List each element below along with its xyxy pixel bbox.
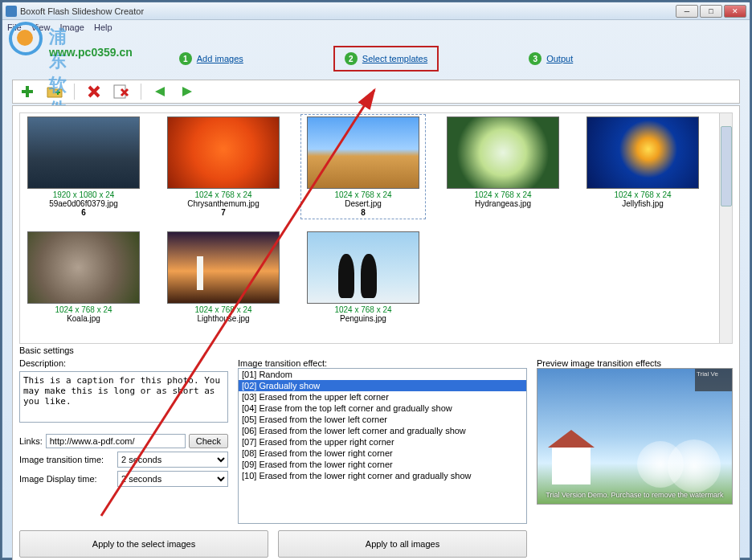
thumbnail-dimensions: 1024 x 768 x 24 xyxy=(303,190,423,199)
menu-bar: File View Image Help xyxy=(2,20,750,35)
step-output[interactable]: 3 Output xyxy=(519,47,582,70)
app-window: Boxoft Flash Slideshow Creator ─ □ ✕ Fil… xyxy=(2,2,750,558)
step-select-templates[interactable]: 2 Select templates xyxy=(333,46,439,72)
thumbnail-item[interactable]: 1920 x 1080 x 24 59ae0d06f0379.jpg 6 xyxy=(23,116,144,217)
toolbar xyxy=(12,80,740,104)
display-time-select[interactable]: 2 seconds xyxy=(117,471,228,487)
thumbnail-dimensions: 1024 x 768 x 24 xyxy=(303,305,423,314)
add-folder-icon[interactable] xyxy=(47,84,63,100)
thumbnail-item[interactable]: 1024 x 768 x 24 Chrysanthemum.jpg 7 xyxy=(163,116,284,217)
image-gallery: 1920 x 1080 x 24 59ae0d06f0379.jpg 6 102… xyxy=(19,112,733,344)
transition-time-select[interactable]: 2 seconds xyxy=(117,452,228,468)
thumbnail-filename: Penguins.jpg xyxy=(303,314,423,323)
menu-image[interactable]: Image xyxy=(59,22,84,32)
wizard-steps: 1 Add images 2 Select templates 3 Output xyxy=(2,39,750,78)
thumbnail-image xyxy=(307,116,419,189)
window-title: Boxoft Flash Slideshow Creator xyxy=(20,6,676,16)
links-label: Links: xyxy=(19,436,43,446)
thumbnail-image xyxy=(27,231,140,304)
menu-file[interactable]: File xyxy=(7,22,22,32)
thumbnail-image xyxy=(27,116,140,189)
content-area: 1920 x 1080 x 24 59ae0d06f0379.jpg 6 102… xyxy=(12,105,740,560)
thumbnail-filename: Lighthouse.jpg xyxy=(163,314,284,323)
effect-option[interactable]: [02] Gradually show xyxy=(239,380,526,391)
thumbnail-item[interactable]: 1024 x 768 x 24 Penguins.jpg xyxy=(303,231,423,323)
description-input[interactable] xyxy=(19,371,228,423)
toolbar-separator xyxy=(74,84,75,100)
thumbnail-image xyxy=(447,116,559,189)
effect-option[interactable]: [01] Random xyxy=(239,369,526,380)
settings-panel: Description: Links: Check Image transiti… xyxy=(19,358,733,524)
menu-help[interactable]: Help xyxy=(94,22,112,32)
thumbnail-image xyxy=(307,231,419,304)
gallery-scrollbar[interactable] xyxy=(719,113,732,343)
thumbnail-filename: Desert.jpg xyxy=(303,199,423,208)
thumbnail-filename: Jellyfish.jpg xyxy=(582,199,703,208)
effect-option[interactable]: [09] Erased from the lower right corner xyxy=(239,459,526,470)
close-button[interactable]: ✕ xyxy=(724,5,746,18)
apply-to-all-button[interactable]: Apply to all images xyxy=(278,530,527,558)
thumbnail-filename: Hydrangeas.jpg xyxy=(443,199,563,208)
previous-icon[interactable] xyxy=(153,84,169,100)
thumbnail-filename: Koala.jpg xyxy=(23,314,144,323)
thumbnail-index: 8 xyxy=(303,208,423,217)
thumbnail-image xyxy=(586,116,699,189)
preview-label: Preview image transition effects xyxy=(537,358,661,368)
check-button[interactable]: Check xyxy=(189,434,228,448)
thumbnail-item[interactable]: 1024 x 768 x 24 Jellyfish.jpg xyxy=(582,116,703,217)
thumbnail-dimensions: 1024 x 768 x 24 xyxy=(582,190,703,199)
effect-option[interactable]: [08] Erased from the lower right corner xyxy=(239,448,526,459)
toolbar-separator xyxy=(141,84,141,100)
preview-image: Trial Ve Trial Version Demo. Purchase to… xyxy=(537,368,733,505)
effect-list[interactable]: [01] Random[02] Gradually show[03] Erase… xyxy=(238,368,527,524)
thumbnail-item[interactable]: 1024 x 768 x 24 Lighthouse.jpg xyxy=(163,231,284,323)
minimize-button[interactable]: ─ xyxy=(676,5,698,18)
step-1-icon: 1 xyxy=(179,52,192,65)
thumbnail-dimensions: 1024 x 768 x 24 xyxy=(163,190,284,199)
app-icon xyxy=(6,6,17,17)
thumbnail-image xyxy=(167,231,280,304)
preview-watermark-text: Trial Version Demo. Purchase to remove t… xyxy=(537,491,732,499)
delete-icon[interactable] xyxy=(86,84,102,100)
transition-time-label: Image transition time: xyxy=(19,455,114,464)
thumbnail-dimensions: 1920 x 1080 x 24 xyxy=(23,190,144,199)
next-icon[interactable] xyxy=(180,84,196,100)
maximize-button[interactable]: □ xyxy=(700,5,722,18)
effect-option[interactable]: [05] Erased from the lower left corner xyxy=(239,414,526,425)
thumbnail-item[interactable]: 1024 x 768 x 24 Desert.jpg 8 xyxy=(303,116,423,217)
effect-option[interactable]: [03] Erased from the upper left corner xyxy=(239,391,526,403)
step-2-icon: 2 xyxy=(345,52,358,65)
thumbnail-filename: 59ae0d06f0379.jpg xyxy=(23,199,144,208)
thumbnail-index: 7 xyxy=(163,208,284,217)
thumbnail-item[interactable]: 1024 x 768 x 24 Hydrangeas.jpg xyxy=(443,116,563,217)
thumbnail-dimensions: 1024 x 768 x 24 xyxy=(443,190,563,199)
thumbnail-filename: Chrysanthemum.jpg xyxy=(163,199,284,208)
thumbnail-item[interactable]: 1024 x 768 x 24 Koala.jpg xyxy=(23,231,144,323)
step-3-icon: 3 xyxy=(529,52,542,65)
step-add-images[interactable]: 1 Add images xyxy=(170,47,253,70)
description-label: Description: xyxy=(19,358,228,368)
thumbnail-dimensions: 1024 x 768 x 24 xyxy=(163,305,284,314)
trial-tag: Trial Ve xyxy=(695,369,732,391)
effect-option[interactable]: [06] Erased from the lower left corner a… xyxy=(239,425,526,436)
effect-option[interactable]: [10] Erased from the lower right corner … xyxy=(239,470,526,481)
links-input[interactable] xyxy=(46,434,186,448)
thumbnail-index: 6 xyxy=(23,208,144,217)
effect-label: Image transition effect: xyxy=(238,358,527,368)
menu-view[interactable]: View xyxy=(31,22,51,32)
title-bar: Boxoft Flash Slideshow Creator ─ □ ✕ xyxy=(2,2,750,20)
add-image-icon[interactable] xyxy=(19,84,35,100)
effect-option[interactable]: [04] Erase from the top left corner and … xyxy=(239,403,526,414)
delete-all-icon[interactable] xyxy=(113,84,129,100)
thumbnail-image xyxy=(167,116,280,189)
display-time-label: Image Display time: xyxy=(19,474,114,484)
effect-option[interactable]: [07] Erased from the upper right corner xyxy=(239,436,526,448)
apply-to-select-button[interactable]: Apply to the select images xyxy=(19,530,268,558)
thumbnail-dimensions: 1024 x 768 x 24 xyxy=(23,305,144,314)
basic-settings-label: Basic settings xyxy=(19,345,733,355)
